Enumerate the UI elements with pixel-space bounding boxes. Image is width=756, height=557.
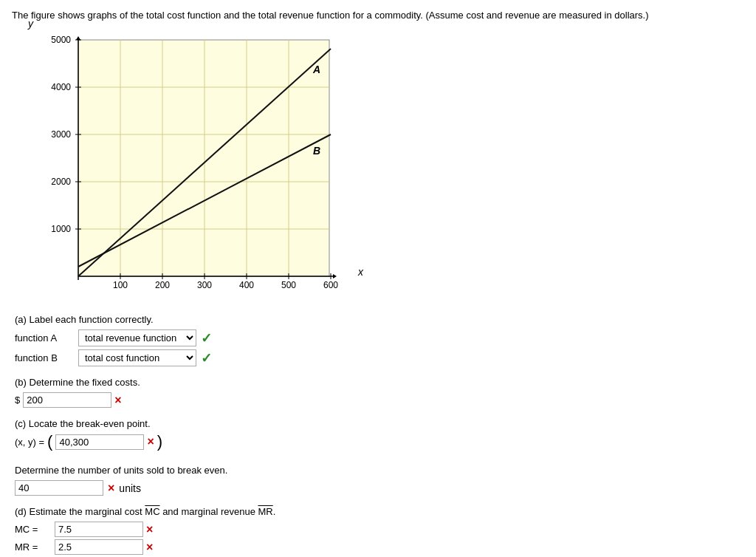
svg-text:500: 500	[281, 280, 296, 290]
mr-overline: MR	[258, 506, 273, 517]
intro-text: The figure shows graphs of the total cos…	[12, 9, 744, 22]
part-c-label: (c) Locate the break-even point.	[15, 418, 744, 429]
part-a-label: (a) Label each function correctly.	[15, 314, 744, 325]
mr-input[interactable]	[55, 539, 143, 555]
function-a-select[interactable]: total revenue functiontotal cost functio…	[78, 329, 196, 346]
units-label: units	[119, 482, 141, 494]
dollar-sign: $	[15, 394, 20, 406]
part-a-section: (a) Label each function correctly. funct…	[15, 314, 744, 366]
svg-text:300: 300	[197, 280, 212, 290]
function-a-check: ✓	[201, 330, 212, 346]
fixed-cost-wrong-icon: ×	[114, 394, 121, 407]
coord-wrong-icon: ×	[147, 435, 154, 448]
break-even-label: Determine the number of units sold to br…	[15, 465, 744, 476]
svg-text:5000: 5000	[51, 35, 71, 45]
coord-input[interactable]	[55, 434, 144, 450]
function-b-prefix: function B	[15, 352, 74, 363]
open-paren: (	[47, 434, 52, 450]
mc-label: MC =	[15, 524, 52, 535]
function-b-row: function B total cost functiontotal reve…	[15, 349, 744, 366]
chart-area: y x 1000 2000	[41, 33, 351, 298]
close-paren: )	[157, 434, 162, 450]
coord-label: (x, y) =	[15, 437, 44, 448]
function-b-check: ✓	[201, 350, 212, 366]
x-axis-label: x	[358, 266, 363, 278]
chart-container: y x 1000 2000	[41, 33, 351, 298]
mr-label: MR =	[15, 541, 52, 553]
function-a-prefix: function A	[15, 332, 74, 344]
svg-text:B: B	[313, 145, 320, 157]
svg-text:100: 100	[113, 280, 128, 290]
svg-marker-12	[333, 274, 337, 278]
mr-wrong-icon: ×	[146, 541, 153, 554]
svg-text:600: 600	[323, 280, 338, 290]
svg-text:A: A	[312, 64, 320, 75]
svg-marker-13	[76, 36, 80, 40]
mc-overline: MC	[145, 506, 159, 517]
part-b-label: (b) Determine the fixed costs.	[15, 377, 744, 388]
units-row: × units	[15, 480, 744, 496]
svg-rect-0	[78, 40, 329, 276]
units-wrong-icon: ×	[108, 482, 114, 495]
svg-text:4000: 4000	[51, 82, 71, 92]
mr-row: MR = ×	[15, 539, 744, 555]
svg-text:400: 400	[239, 280, 254, 290]
function-a-row: function A total revenue functiontotal c…	[15, 329, 744, 346]
part-c-section: (c) Locate the break-even point. (x, y) …	[15, 418, 744, 496]
y-axis-label: y	[28, 18, 33, 30]
svg-text:200: 200	[155, 280, 170, 290]
part-d-section: (d) Estimate the marginal cost MC and ma…	[15, 506, 744, 555]
svg-text:3000: 3000	[51, 129, 71, 140]
part-d-label: (d) Estimate the marginal cost MC and ma…	[15, 506, 744, 517]
chart-svg: 1000 2000 3000 4000 5000 100 200 300 400…	[41, 33, 351, 306]
function-b-select[interactable]: total cost functiontotal revenue functio…	[78, 349, 196, 366]
svg-text:2000: 2000	[51, 177, 71, 187]
mc-row: MC = ×	[15, 522, 744, 537]
units-input[interactable]	[15, 480, 103, 496]
mc-input[interactable]	[55, 522, 143, 537]
svg-text:1000: 1000	[51, 224, 71, 234]
part-b-section: (b) Determine the fixed costs. $ ×	[15, 377, 744, 408]
fixed-cost-input[interactable]	[23, 392, 111, 408]
coord-row: (x, y) = ( × )	[15, 434, 744, 450]
mc-wrong-icon: ×	[146, 523, 153, 536]
fixed-cost-row: $ ×	[15, 392, 744, 408]
